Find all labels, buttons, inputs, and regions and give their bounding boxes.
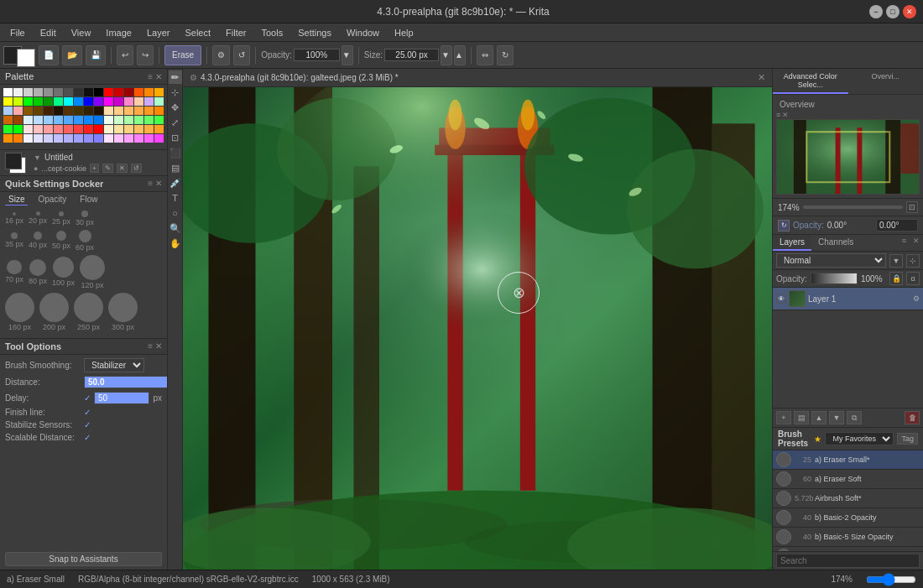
size-input[interactable] [384, 49, 439, 61]
color-cell[interactable] [74, 134, 83, 143]
color-cell[interactable] [84, 116, 93, 124]
color-cell[interactable] [154, 97, 164, 106]
color-cell[interactable] [154, 88, 164, 96]
color-cell[interactable] [84, 134, 93, 143]
color-cell[interactable] [144, 134, 154, 143]
color-cell[interactable] [44, 134, 53, 143]
qs-close-button[interactable]: ✕ [155, 179, 162, 189]
opacity-bar[interactable] [811, 273, 858, 284]
color-cell[interactable] [34, 134, 43, 143]
layer-options-button[interactable]: ⚙ [913, 294, 920, 303]
mirror-button[interactable]: ⇔ [477, 45, 493, 65]
brush-size-item[interactable]: 70 px [5, 260, 23, 284]
color-cell[interactable] [124, 97, 133, 106]
layer-visibility-toggle[interactable]: 👁 [776, 294, 786, 304]
color-cell[interactable] [54, 116, 63, 124]
blend-mode-select[interactable]: Normal Multiply Screen Overlay [776, 253, 886, 268]
tab-layers[interactable]: Layers [773, 235, 811, 251]
layers-menu-button[interactable]: ≡ [899, 235, 910, 251]
color-cell[interactable] [134, 88, 143, 96]
color-cell[interactable] [94, 97, 103, 106]
save-document-button[interactable]: 💾 [86, 45, 106, 65]
color-cell[interactable] [13, 97, 23, 106]
color-cell[interactable] [134, 134, 143, 143]
color-cell[interactable] [23, 125, 33, 133]
color-cell[interactable] [13, 88, 23, 96]
brush-preset-item[interactable]: 40 b) Basic-2 Opacity [773, 508, 923, 528]
brush-preset-item[interactable]: 25 a) Eraser Small* [773, 450, 923, 470]
tab-overview-tab[interactable]: Overvi... [848, 69, 924, 94]
brush-preset-item[interactable]: 40 b) Basic-5 Size Opacity [773, 528, 923, 547]
color-cell[interactable] [54, 88, 63, 96]
brush-preset-item[interactable]: 5.72b Airbrush Soft* [773, 489, 923, 508]
color-cell[interactable] [44, 107, 53, 115]
opacity-input[interactable] [294, 49, 340, 61]
tab-channels[interactable]: Channels [811, 235, 860, 251]
window-controls[interactable]: − □ ✕ [869, 5, 916, 18]
color-cell[interactable] [54, 134, 63, 143]
fg-color-swatch[interactable] [5, 153, 22, 169]
color-cell[interactable] [13, 125, 23, 133]
duplicate-layer-button[interactable]: ⧉ [847, 411, 862, 424]
brush-preset-item[interactable]: 60 a) Eraser Soft [773, 470, 923, 489]
color-cell[interactable] [124, 107, 133, 115]
color-cell[interactable] [13, 107, 23, 115]
color-cell[interactable] [94, 125, 103, 133]
rotate-button[interactable]: ↻ [497, 45, 514, 65]
color-cell[interactable] [13, 134, 23, 143]
move-tool-icon[interactable]: ✥ [169, 101, 182, 114]
move-layer-down-button[interactable]: ▼ [829, 411, 844, 424]
canvas-close-button[interactable]: ✕ [758, 72, 765, 83]
transform-tool-icon[interactable]: ⤢ [169, 116, 182, 129]
color-cell[interactable] [44, 97, 53, 106]
menu-item-layer[interactable]: Layer [140, 26, 177, 39]
close-button[interactable]: ✕ [903, 5, 916, 18]
color-cell[interactable] [144, 125, 154, 133]
color-picker-tool-icon[interactable]: 💉 [169, 176, 182, 190]
gradient-tool-icon[interactable]: ▤ [169, 161, 182, 174]
color-cell[interactable] [3, 88, 13, 96]
color-cell[interactable] [54, 107, 63, 115]
qs-tab-size[interactable]: Size [5, 194, 28, 206]
palette-close-button[interactable]: ✕ [155, 72, 162, 81]
size-down-button[interactable]: ▼ [441, 45, 452, 65]
brush-size-item[interactable]: 25 px [52, 211, 70, 226]
maximize-button[interactable]: □ [886, 5, 900, 18]
delete-preset-button[interactable]: ✕ [117, 164, 128, 173]
brush-tag-button[interactable]: Tag [897, 433, 918, 445]
new-document-button[interactable]: 📄 [39, 45, 59, 65]
brush-size-item[interactable]: 40 px [29, 232, 47, 249]
opacity-alpha-button[interactable]: α [906, 272, 920, 285]
color-cell[interactable] [104, 125, 113, 133]
color-cell[interactable] [34, 107, 43, 115]
overview-close[interactable]: ✕ [782, 111, 789, 119]
delay-input[interactable] [94, 392, 149, 404]
color-cell[interactable] [64, 107, 73, 115]
menu-item-select[interactable]: Select [178, 26, 217, 39]
menu-item-image[interactable]: Image [99, 26, 138, 39]
fill-tool-icon[interactable]: ⬛ [169, 146, 182, 159]
overview-thumbnail[interactable] [776, 119, 920, 195]
color-cell[interactable] [144, 97, 154, 106]
color-cell[interactable] [84, 107, 93, 115]
rotation-input[interactable] [876, 219, 918, 232]
add-layer-button[interactable]: + [776, 411, 791, 424]
color-cell[interactable] [44, 125, 53, 133]
background-color-swatch[interactable] [17, 49, 35, 67]
brush-size-item[interactable]: 35 px [5, 232, 23, 249]
color-cell[interactable] [64, 116, 73, 124]
color-cell[interactable] [34, 116, 43, 124]
move-layer-up-button[interactable]: ▲ [811, 411, 827, 424]
color-cell[interactable] [64, 134, 73, 143]
layers-close-button[interactable]: ✕ [910, 235, 923, 251]
color-cell[interactable] [23, 134, 33, 143]
color-cell[interactable] [154, 116, 164, 124]
crop-tool-icon[interactable]: ⊡ [169, 131, 182, 144]
brush-smoothing-select[interactable]: Stabilizer [84, 358, 144, 372]
to-menu-button[interactable]: ≡ [148, 341, 153, 351]
menu-item-help[interactable]: Help [388, 26, 420, 39]
color-cell[interactable] [44, 116, 53, 124]
color-cell[interactable] [54, 125, 63, 133]
brush-size-item[interactable]: 60 px [76, 230, 94, 252]
color-cell[interactable] [74, 97, 83, 106]
